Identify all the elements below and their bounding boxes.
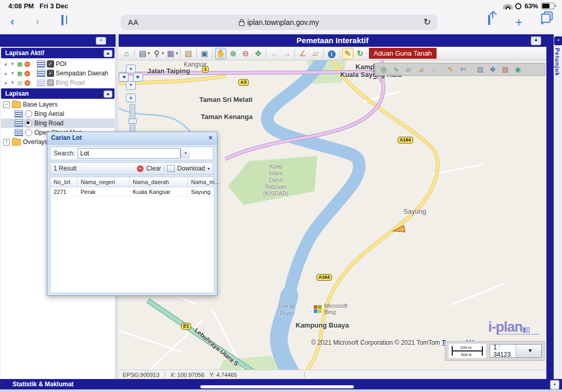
legend-icon[interactable] bbox=[37, 79, 45, 86]
address-bar[interactable]: AA iplan.townplan.gov.my ↻ bbox=[121, 15, 437, 30]
sketch-pencil-icon[interactable]: ✎ bbox=[445, 64, 456, 75]
move-up-icon[interactable]: ▲ bbox=[3, 61, 8, 67]
tabs-icon bbox=[541, 14, 543, 24]
forward-button[interactable]: › bbox=[35, 15, 39, 29]
zoom-in-button[interactable]: ⊕ bbox=[227, 48, 239, 59]
back-button[interactable]: ‹ bbox=[10, 15, 14, 29]
collapse-layers-button[interactable]: ▲ bbox=[104, 90, 112, 98]
attribute-table-icon[interactable]: ▦ bbox=[17, 80, 23, 86]
pan-up-button[interactable]: ▲ bbox=[126, 64, 136, 73]
clear-icon[interactable]: − bbox=[137, 165, 144, 172]
draw-line-icon[interactable]: ∿ bbox=[391, 64, 401, 75]
remove-layer-icon[interactable]: − bbox=[24, 71, 30, 76]
legend-icon[interactable] bbox=[37, 70, 45, 77]
dialog-titlebar[interactable]: Carian Lot × bbox=[47, 132, 217, 145]
pan-down-button[interactable]: ▼ bbox=[126, 81, 136, 90]
search-combobox[interactable]: ▾ bbox=[78, 148, 190, 159]
move-up-icon[interactable]: ▲ bbox=[3, 71, 8, 76]
draw-polygon-icon[interactable]: ▱ bbox=[403, 64, 414, 75]
baselayer-radio[interactable] bbox=[25, 110, 32, 117]
select-feature-icon[interactable]: ◎ bbox=[378, 64, 389, 75]
remove-layer-icon[interactable]: − bbox=[24, 80, 30, 86]
collapse-active-layers-button[interactable]: ▲ bbox=[104, 50, 112, 57]
info-button[interactable]: i bbox=[326, 48, 337, 59]
tree-node-bing-road[interactable]: Bing Road bbox=[1, 119, 114, 128]
split-feature-icon[interactable]: ✄ bbox=[458, 64, 468, 75]
chevron-down-icon[interactable]: ▾ bbox=[516, 345, 542, 357]
move-feature-icon[interactable]: ✥ bbox=[488, 64, 498, 75]
pan-right-button[interactable]: ▶ bbox=[133, 73, 143, 82]
table-row[interactable]: 2271 Perak Kuala Kangsar Sayung bbox=[50, 187, 214, 197]
baselayer-radio-selected[interactable] bbox=[25, 120, 32, 127]
baselayer-radio[interactable] bbox=[25, 129, 32, 136]
layer-checkbox[interactable]: ✓ bbox=[47, 70, 54, 77]
clear-drawing-icon[interactable]: ◌ bbox=[428, 64, 439, 75]
collapse-left-panel-button[interactable]: « bbox=[96, 37, 106, 45]
add-annotation-icon[interactable]: ▤ bbox=[475, 64, 486, 75]
delete-annotation-icon[interactable]: ▤ bbox=[500, 64, 510, 75]
dialog-results-toolbar: 1 Result − Clear Download ▾ bbox=[50, 162, 213, 175]
measure-area-button[interactable]: ▱ bbox=[310, 48, 321, 59]
refresh-button[interactable]: ↻ bbox=[354, 48, 366, 59]
print-caret-icon[interactable]: ▾ bbox=[148, 51, 150, 56]
legend-icon[interactable] bbox=[37, 60, 45, 68]
measure-line-button[interactable]: ∠ bbox=[297, 48, 309, 59]
share-button[interactable] bbox=[488, 15, 490, 24]
attribute-table-icon[interactable]: ▦ bbox=[17, 61, 23, 68]
column-header[interactable]: No_lot bbox=[50, 177, 78, 187]
horizontal-scrollbar-thumb[interactable] bbox=[200, 385, 354, 388]
bookmarks-button[interactable] bbox=[61, 16, 63, 25]
collapse-header-button[interactable]: ▲ bbox=[531, 36, 541, 45]
save-map-button[interactable]: ▣ bbox=[199, 48, 210, 59]
expand-bottom-panel-button[interactable]: « bbox=[550, 380, 559, 389]
zoom-in-map-button[interactable]: + bbox=[126, 94, 136, 102]
tree-node-base-layers[interactable]: − Base Layers bbox=[1, 100, 114, 109]
expand-right-panel-button[interactable]: « bbox=[554, 36, 562, 45]
search-input[interactable] bbox=[78, 148, 181, 159]
petunjuk-tab[interactable]: Petunjuk bbox=[554, 48, 560, 76]
print-button[interactable]: ▤ bbox=[137, 48, 148, 59]
aduan-guna-tanah-button[interactable]: Aduan Guna Tanah bbox=[369, 48, 437, 59]
previous-extent-button[interactable]: ← bbox=[269, 48, 280, 59]
zoom-tools-button[interactable]: ⚲ bbox=[151, 48, 162, 59]
pan-left-button[interactable]: ◀ bbox=[119, 73, 129, 82]
scale-ratio-select[interactable]: 1 : 34123 ▾ bbox=[490, 344, 542, 358]
move-up-icon[interactable]: ▲ bbox=[3, 80, 8, 85]
tabs-button[interactable] bbox=[541, 15, 543, 24]
active-layers-header[interactable]: Lapisan Aktif ▲ bbox=[1, 48, 114, 58]
move-down-icon[interactable]: ▼ bbox=[10, 61, 15, 67]
expand-node-icon[interactable]: + bbox=[3, 139, 10, 146]
zoom-slider-thumb[interactable] bbox=[128, 119, 137, 124]
column-header[interactable]: Nama_negeri bbox=[78, 177, 130, 187]
overview-map-button[interactable]: ▧ bbox=[183, 48, 194, 59]
home-button[interactable]: ⌂ bbox=[121, 48, 132, 59]
layout-grid-button[interactable]: ▦ bbox=[165, 48, 176, 59]
layer-checkbox[interactable]: ✓ bbox=[47, 60, 54, 68]
close-icon[interactable]: × bbox=[207, 134, 214, 142]
full-extent-button[interactable]: ✥ bbox=[252, 48, 264, 59]
download-button[interactable]: Download bbox=[177, 165, 205, 172]
new-tab-button[interactable]: + bbox=[515, 15, 522, 30]
pan-tool-button[interactable]: ✋ bbox=[215, 48, 226, 59]
tree-node-bing-aerial[interactable]: Bing Aerial bbox=[1, 109, 114, 119]
column-header[interactable]: Nama_daerah bbox=[130, 177, 188, 187]
move-down-icon[interactable]: ▼ bbox=[10, 71, 15, 76]
grid-caret-icon[interactable]: ▾ bbox=[176, 51, 178, 56]
column-header[interactable]: Nama_m... bbox=[188, 177, 214, 187]
download-caret-icon[interactable]: ▾ bbox=[208, 166, 210, 171]
move-down-icon[interactable]: ▼ bbox=[10, 80, 15, 85]
chevron-down-icon[interactable]: ▾ bbox=[181, 148, 190, 159]
landuse-complaint-map-button[interactable]: ✎ bbox=[342, 48, 353, 59]
measure-feature-icon[interactable]: ⊿ bbox=[416, 64, 426, 75]
layers-header[interactable]: Lapisan ▲ bbox=[1, 88, 114, 99]
remove-layer-icon[interactable]: − bbox=[24, 61, 30, 67]
clear-button[interactable]: Clear bbox=[146, 165, 161, 172]
reload-button[interactable]: ↻ bbox=[424, 17, 431, 28]
zoom-caret-icon[interactable]: ▾ bbox=[162, 51, 164, 56]
collapse-node-icon[interactable]: − bbox=[3, 101, 10, 108]
globe-tool-icon[interactable]: ◉ bbox=[513, 64, 523, 75]
download-icon[interactable] bbox=[167, 165, 175, 172]
next-extent-button[interactable]: → bbox=[281, 48, 292, 59]
attribute-table-icon[interactable]: ▦ bbox=[17, 70, 23, 77]
zoom-out-button[interactable]: ⊖ bbox=[240, 48, 251, 59]
